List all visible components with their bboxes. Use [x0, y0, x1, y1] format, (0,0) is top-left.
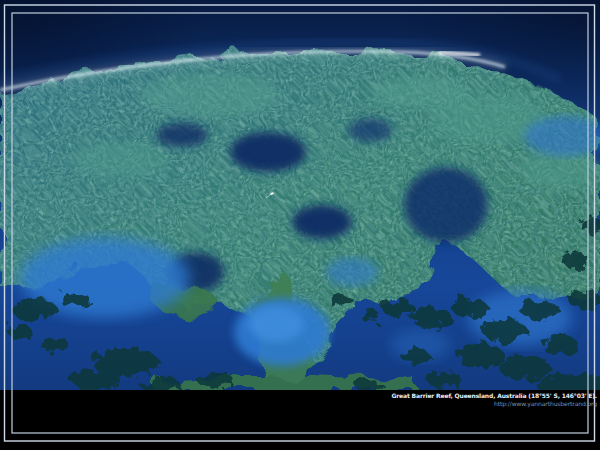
reef-photo — [0, 0, 600, 450]
wallpaper: Great Barrier Reef, Queensland, Australi… — [0, 0, 600, 450]
